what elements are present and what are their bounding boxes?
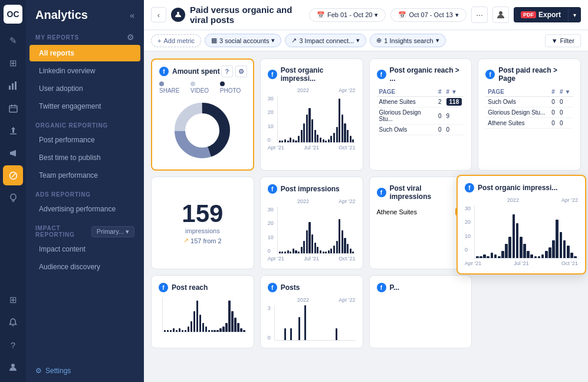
amount-spent-card: f Amount spent ? ⚙ SHARE VIDEO PHOTO (151, 58, 254, 171)
sidebar-item-advertising[interactable]: Advertising performance (29, 201, 140, 217)
filter-bar: + Add metric ▦ 3 social accounts ▾ ↗ 3 I… (144, 30, 588, 51)
col-hash-sorted-2: # ▼ (557, 87, 573, 97)
post-impressions-chart: 3020100 (268, 207, 356, 254)
edit-icon[interactable]: ✎ (3, 31, 23, 51)
bar-chart-icon[interactable] (3, 76, 23, 96)
date-range-2-btn[interactable]: 📅 Oct 07 - Oct 13 ▾ (390, 8, 467, 22)
help-card-btn[interactable]: ? (221, 66, 233, 77)
posts-chart-header: 2022 Apr '22 (268, 297, 356, 303)
fb-icon-5: f (268, 184, 277, 194)
user-avatar-icon[interactable] (3, 357, 23, 377)
popup-bars (474, 205, 578, 259)
post-paid-reach-card: f Post paid reach > Page PAGE # # ▼ (478, 58, 581, 171)
post-organic-impressions-popup-card: f Post organic impressi... 2022 Apr '22 … (456, 175, 586, 275)
user-adoption-label: User adoption (39, 84, 83, 93)
sidebar-item-user-adoption[interactable]: User adoption (29, 80, 140, 97)
popup-chart-footer: Apr '21Jul '21Oct '21 (465, 260, 578, 266)
main-content: ‹ Paid versus organic and viral posts 📅 … (144, 0, 588, 382)
third-row-title: f P... (377, 283, 465, 292)
settings-gear-icon[interactable]: ⚙ (127, 32, 134, 42)
insights-search-btn[interactable]: ⊕ 1 Insights search ▾ (370, 34, 445, 47)
sidebar-item-team-performance[interactable]: Team performance (29, 167, 140, 184)
settings-nav-item[interactable]: ⚙ Settings (26, 360, 144, 382)
chart-footer-2: Apr '21Jul '21Oct '21 (268, 256, 356, 262)
back-btn[interactable]: ‹ (151, 7, 166, 22)
row-1: f Amount spent ? ⚙ SHARE VIDEO PHOTO (151, 58, 581, 171)
svg-rect-11 (12, 201, 14, 202)
add-metric-btn[interactable]: + Add metric (151, 34, 201, 47)
sidebar-item-post-performance[interactable]: Post performance (29, 132, 140, 148)
export-btn[interactable]: PDF Export (514, 7, 568, 22)
page-title: Paid versus organic and viral posts (190, 5, 304, 25)
location-icon: ⊕ (376, 37, 382, 44)
amount-spent-title: f Amount spent ? ⚙ (159, 67, 246, 76)
impact-connect-btn[interactable]: ↗ 3 Impact connect... ▾ (285, 34, 366, 47)
settings-card-btn[interactable]: ⚙ (235, 66, 247, 77)
connect-icon: ↗ (291, 37, 297, 44)
post-reach-y-axis (159, 297, 161, 332)
organic-reach-table: PAGE # # ▼ Athene Suites 2 118 (377, 87, 465, 135)
bell-icon[interactable] (3, 312, 23, 332)
col-hash-2: # (549, 87, 557, 97)
post-impressions-card: f Post impressions 2022 Apr '22 3020100 (260, 177, 363, 269)
analytics-active-icon[interactable] (3, 165, 23, 185)
twitter-label: Twitter engagement (39, 102, 101, 110)
post-organic-impressions-title: f Post organic impressi... (268, 66, 356, 83)
svg-rect-3 (9, 106, 17, 112)
megaphone-icon[interactable] (3, 143, 23, 163)
fb-icon-2: f (268, 70, 277, 79)
app-logo[interactable]: OC (4, 5, 22, 24)
post-impressions-title: f Post impressions (268, 184, 356, 194)
social-accounts-btn[interactable]: ▦ 3 social accounts ▾ (205, 34, 281, 47)
bar-chart-area (277, 96, 356, 143)
calendar-icon[interactable] (3, 98, 23, 118)
upload-icon[interactable] (3, 120, 23, 141)
row-2: 159 impressions ↗ 157 from 2 f Post impr… (151, 177, 581, 269)
svg-rect-0 (9, 86, 11, 90)
export-dropdown-btn[interactable]: ▾ (568, 7, 581, 22)
posts-chart: 30 (268, 305, 356, 341)
impact-reporting-label: IMPACT REPORTING (35, 225, 91, 238)
svg-rect-5 (14, 105, 15, 107)
sidebar-item-linkedin[interactable]: Linkedin overview (29, 63, 140, 79)
nav-title: Analytics (35, 8, 88, 22)
impact-badge[interactable]: Primary... ▾ (91, 226, 134, 237)
grid-icon[interactable]: ⊞ (3, 53, 23, 73)
sidebar-item-best-time[interactable]: Best time to publish (29, 149, 140, 166)
apps-icon[interactable]: ⊞ (3, 290, 23, 310)
table-row: Such Owls 0 0 (485, 97, 573, 107)
impressions-label: impressions (185, 227, 220, 234)
sidebar-item-audience-discovery[interactable]: Audience discovery (29, 259, 140, 275)
svg-rect-7 (10, 133, 17, 135)
legend-video: VIDEO (190, 81, 214, 94)
y-axis-2: 3020100 (268, 207, 276, 254)
date-range-1-btn[interactable]: 📅 Feb 01 - Oct 20 ▾ (309, 8, 386, 22)
fb-icon-popup: f (465, 183, 474, 192)
svg-point-9 (11, 194, 16, 200)
chevron-down-icon: ▾ (271, 37, 275, 44)
more-options-btn[interactable]: ··· (471, 6, 488, 23)
dashboard: f Amount spent ? ⚙ SHARE VIDEO PHOTO (144, 51, 588, 382)
sidebar-item-twitter[interactable]: Twitter engagement (29, 98, 140, 115)
y-axis: 3020100 (268, 96, 276, 143)
nav-sidebar: Analytics « MY REPORTS ⚙ All reports Lin… (26, 0, 144, 382)
svg-rect-10 (12, 200, 15, 201)
help-icon[interactable]: ? (3, 335, 23, 355)
posts-bars (274, 305, 356, 341)
svg-rect-2 (15, 81, 17, 90)
card-actions: ? ⚙ (221, 66, 247, 77)
filter-btn[interactable]: ▼ Filter (545, 34, 581, 47)
col-hash-sorted: # ▼ (444, 87, 465, 97)
post-viral-impressions-title: f Post viral impressions (377, 184, 465, 201)
plus-icon: + (157, 37, 161, 44)
sidebar-item-impact-content[interactable]: Impact content (29, 241, 140, 257)
bulb-icon[interactable] (3, 188, 23, 208)
sidebar-item-all-reports[interactable]: All reports (29, 45, 140, 61)
user-btn[interactable] (492, 6, 509, 23)
all-reports-label: All reports (39, 49, 74, 57)
fb-icon-3: f (377, 70, 386, 79)
nav-collapse-btn[interactable]: « (130, 11, 134, 20)
fb-icon: f (159, 67, 169, 76)
donut-chart (159, 99, 246, 162)
post-paid-impressions-card: f Post paid impression... Athene Suites … (478, 177, 581, 269)
